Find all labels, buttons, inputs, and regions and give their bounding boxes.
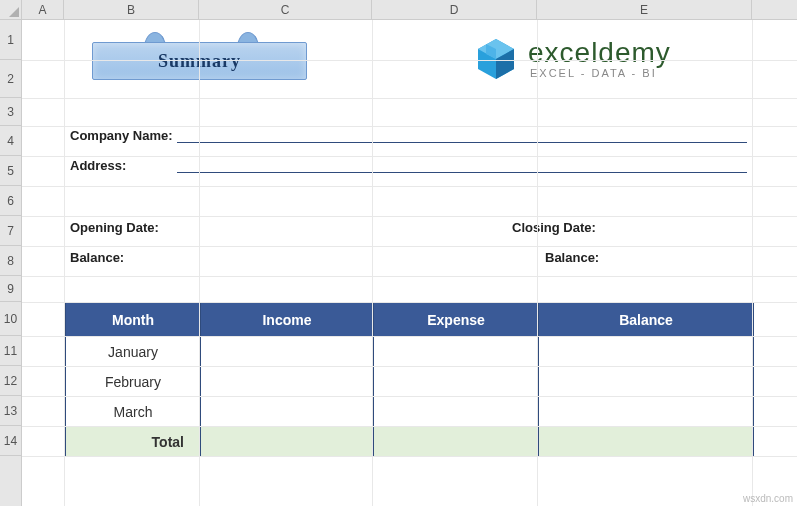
brand-logo: exceldemy EXCEL - DATA - BI bbox=[472, 35, 671, 83]
watermark: wsxdn.com bbox=[743, 493, 793, 504]
total-expense[interactable] bbox=[374, 427, 539, 457]
row-header-1[interactable]: 1 bbox=[0, 20, 21, 60]
col-header-E[interactable]: E bbox=[537, 0, 752, 19]
total-balance[interactable] bbox=[539, 427, 754, 457]
row-header-10[interactable]: 10 bbox=[0, 302, 21, 336]
row-header-3[interactable]: 3 bbox=[0, 98, 21, 126]
row-header-14[interactable]: 14 bbox=[0, 426, 21, 456]
cell-expense[interactable] bbox=[374, 397, 539, 427]
brand-name: exceldemy bbox=[528, 39, 671, 67]
row-header-13[interactable]: 13 bbox=[0, 396, 21, 426]
cell-income[interactable] bbox=[201, 367, 374, 397]
balance-left-label: Balance: bbox=[70, 250, 124, 265]
row-header-2[interactable]: 2 bbox=[0, 60, 21, 98]
address-label: Address: bbox=[70, 158, 126, 173]
col-header-C[interactable]: C bbox=[199, 0, 372, 19]
row-header-6[interactable]: 6 bbox=[0, 186, 21, 216]
column-headers: ABCDE bbox=[22, 0, 797, 20]
cell-balance[interactable] bbox=[539, 337, 754, 367]
row-header-7[interactable]: 7 bbox=[0, 216, 21, 246]
col-month[interactable]: Month bbox=[66, 303, 201, 337]
address-field[interactable] bbox=[177, 172, 747, 173]
row-header-11[interactable]: 11 bbox=[0, 336, 21, 366]
company-field[interactable] bbox=[177, 142, 747, 143]
company-label: Company Name: bbox=[70, 128, 173, 143]
cell-month[interactable]: March bbox=[66, 397, 201, 427]
row-header-9[interactable]: 9 bbox=[0, 276, 21, 302]
cell-expense[interactable] bbox=[374, 337, 539, 367]
cell-income[interactable] bbox=[201, 337, 374, 367]
col-expense[interactable]: Expense bbox=[374, 303, 539, 337]
cell-income[interactable] bbox=[201, 397, 374, 427]
col-income[interactable]: Income bbox=[201, 303, 374, 337]
total-income[interactable] bbox=[201, 427, 374, 457]
col-header-A[interactable]: A bbox=[22, 0, 64, 19]
opening-date-label: Opening Date: bbox=[70, 220, 159, 235]
balance-right-label: Balance: bbox=[545, 250, 599, 265]
brand-tagline: EXCEL - DATA - BI bbox=[528, 67, 671, 79]
select-all-corner[interactable] bbox=[0, 0, 22, 20]
total-label[interactable]: Total bbox=[66, 427, 201, 457]
table-row[interactable]: February bbox=[66, 367, 754, 397]
col-balance[interactable]: Balance bbox=[539, 303, 754, 337]
row-header-5[interactable]: 5 bbox=[0, 156, 21, 186]
cell-balance[interactable] bbox=[539, 397, 754, 427]
cell-month[interactable]: February bbox=[66, 367, 201, 397]
table-row[interactable]: March bbox=[66, 397, 754, 427]
col-header-D[interactable]: D bbox=[372, 0, 537, 19]
total-row[interactable]: Total bbox=[66, 427, 754, 457]
row-header-8[interactable]: 8 bbox=[0, 246, 21, 276]
summary-table[interactable]: MonthIncomeExpenseBalanceJanuaryFebruary… bbox=[65, 302, 754, 457]
col-header-B[interactable]: B bbox=[64, 0, 199, 19]
row-header-12[interactable]: 12 bbox=[0, 366, 21, 396]
cell-balance[interactable] bbox=[539, 367, 754, 397]
cell-month[interactable]: January bbox=[66, 337, 201, 367]
spreadsheet-area[interactable]: Summary exceldemy EXCEL - DATA - BI Comp… bbox=[22, 20, 797, 506]
closing-date-label: Closing Date: bbox=[512, 220, 596, 235]
table-row[interactable]: January bbox=[66, 337, 754, 367]
cube-icon bbox=[472, 35, 520, 83]
row-headers: 1234567891011121314 bbox=[0, 20, 22, 506]
cell-expense[interactable] bbox=[374, 367, 539, 397]
row-header-4[interactable]: 4 bbox=[0, 126, 21, 156]
